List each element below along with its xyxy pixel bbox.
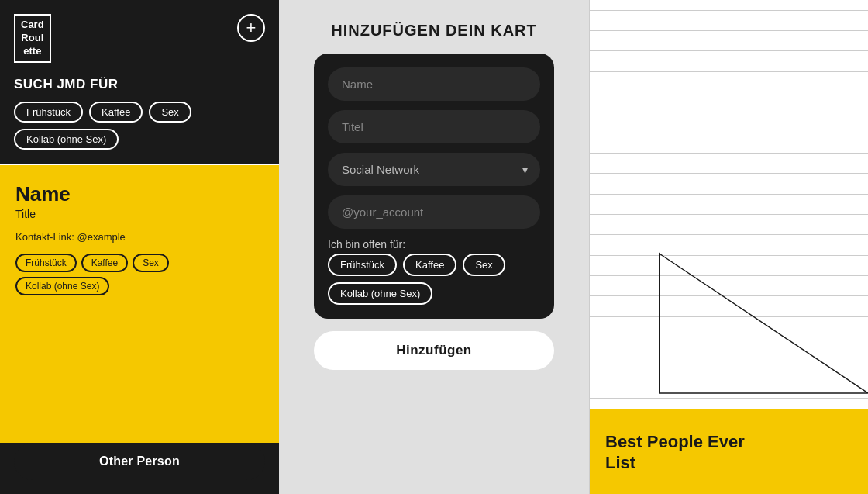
card-tag-sex: Sex (133, 254, 169, 272)
card-preview: Name Title Kontakt-Link: @example Frühst… (0, 165, 279, 443)
line (590, 194, 868, 195)
add-button[interactable]: + (237, 14, 265, 42)
such-title: SUCH JMD FÜR (14, 77, 265, 92)
line (590, 173, 868, 174)
line (590, 92, 868, 92)
ich-bin-label: Ich bin offen für: (328, 238, 540, 250)
logo: Card Roul ette (14, 14, 51, 63)
line (590, 71, 868, 72)
card-title: Title (16, 208, 264, 220)
line (590, 214, 868, 215)
middle-panel: HINZUFÜGEN DEIN KART Social Network Inst… (279, 0, 589, 494)
tag-kaffee[interactable]: Kaffee (89, 102, 143, 123)
card-name: Name (16, 182, 264, 206)
line (590, 234, 868, 235)
hinzufugen-button[interactable]: Hinzufügen (314, 331, 554, 370)
svg-marker-0 (660, 254, 868, 393)
form-tag-kaffee[interactable]: Kaffee (403, 254, 456, 276)
left-panel: Card Roul ette + SUCH JMD FÜR Frühstück … (0, 0, 279, 494)
form-tag-kollab[interactable]: Kollab (ohne Sex) (328, 282, 432, 305)
form-tags: Frühstück Kaffee Sex Kollab (ohne Sex) (328, 254, 540, 305)
form-tag-fruhstuck[interactable]: Frühstück (328, 254, 397, 276)
best-people-section: Best People EverList (590, 409, 868, 494)
line (590, 133, 868, 133)
social-network-wrapper: Social Network Instagram Twitter TikTok … (328, 153, 540, 186)
lined-area (590, 0, 868, 409)
account-input[interactable] (328, 195, 540, 229)
tag-sex[interactable]: Sex (149, 102, 191, 123)
triangle-decoration (590, 238, 868, 409)
best-people-title: Best People EverList (605, 431, 852, 474)
form-title: HINZUFÜGEN DEIN KART (331, 22, 537, 40)
line (590, 50, 868, 51)
titel-input[interactable] (328, 110, 540, 143)
card-tags: Frühstück Kaffee Sex Kollab (ohne Sex) (16, 254, 264, 295)
line (590, 153, 868, 154)
form-tag-sex[interactable]: Sex (463, 254, 505, 276)
social-network-select[interactable]: Social Network Instagram Twitter TikTok … (328, 153, 540, 186)
card-tag-kaffee: Kaffee (81, 254, 128, 272)
filter-tags: Frühstück Kaffee Sex Kollab (ohne Sex) (14, 102, 265, 150)
ich-bin-section: Ich bin offen für: Frühstück Kaffee Sex … (328, 238, 540, 305)
left-header: Card Roul ette + (0, 0, 279, 63)
card-tag-fruhstuck: Frühstück (16, 254, 77, 272)
add-card-form: Social Network Instagram Twitter TikTok … (314, 54, 554, 319)
line (590, 30, 868, 31)
line (590, 10, 868, 11)
line (590, 112, 868, 112)
card-tag-kollab: Kollab (ohne Sex) (16, 277, 109, 295)
tag-kollab[interactable]: Kollab (ohne Sex) (14, 129, 119, 150)
name-input[interactable] (328, 67, 540, 101)
other-person-button[interactable]: Other Person (14, 443, 265, 480)
right-panel: Best People EverList (589, 0, 868, 494)
such-section: SUCH JMD FÜR Frühstück Kaffee Sex Kollab… (0, 63, 279, 150)
tag-fruhstuck[interactable]: Frühstück (14, 102, 83, 123)
card-kontakt: Kontakt-Link: @example (16, 231, 264, 243)
